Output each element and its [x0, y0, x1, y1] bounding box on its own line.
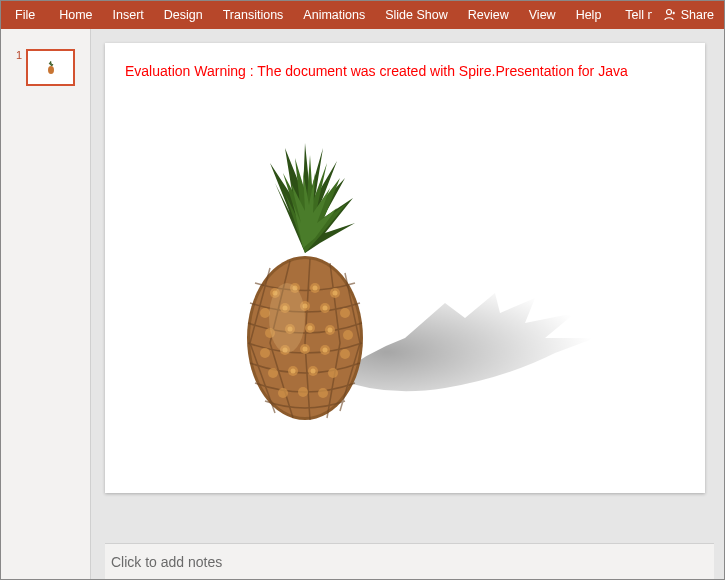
svg-point-18 — [343, 330, 353, 340]
pineapple-svg — [215, 143, 395, 423]
tab-animations[interactable]: Animations — [293, 1, 375, 29]
svg-point-28 — [278, 388, 288, 398]
tab-slide-show[interactable]: Slide Show — [375, 1, 458, 29]
pineapple-image[interactable] — [205, 143, 635, 443]
tab-review[interactable]: Review — [458, 1, 519, 29]
svg-point-1 — [666, 10, 671, 15]
main-area: 1 Evaluation Warning : The document was … — [1, 29, 724, 579]
tab-design[interactable]: Design — [154, 1, 213, 29]
svg-point-30 — [318, 388, 328, 398]
slide-area: Evaluation Warning : The document was cr… — [105, 43, 714, 529]
svg-point-37 — [323, 306, 328, 311]
tab-insert[interactable]: Insert — [103, 1, 154, 29]
svg-point-34 — [333, 291, 338, 296]
svg-point-43 — [323, 348, 328, 353]
ribbon: File Home Insert Design Transitions Anim… — [1, 1, 724, 29]
svg-point-44 — [291, 369, 296, 374]
svg-point-9 — [260, 308, 270, 318]
svg-point-45 — [311, 369, 316, 374]
slide-canvas[interactable]: Evaluation Warning : The document was cr… — [105, 43, 705, 493]
svg-point-2 — [48, 66, 54, 74]
svg-point-46 — [269, 283, 305, 353]
thumbnail-number: 1 — [16, 49, 22, 61]
tab-transitions[interactable]: Transitions — [213, 1, 294, 29]
tab-help[interactable]: Help — [566, 1, 612, 29]
tab-home[interactable]: Home — [49, 1, 102, 29]
slide-thumbnail-1[interactable] — [26, 49, 75, 86]
tab-view[interactable]: View — [519, 1, 566, 29]
svg-point-40 — [328, 328, 333, 333]
tell-me-label: Tell me w — [625, 8, 651, 22]
notes-pane[interactable]: Click to add notes — [105, 543, 714, 579]
share-icon — [662, 8, 676, 22]
svg-point-24 — [268, 368, 278, 378]
svg-point-23 — [340, 349, 350, 359]
svg-point-39 — [308, 326, 313, 331]
thumbnail-row: 1 — [16, 49, 75, 86]
evaluation-warning-text: Evaluation Warning : The document was cr… — [125, 63, 685, 79]
svg-point-29 — [298, 387, 308, 397]
thumbnail-panel: 1 — [1, 29, 91, 579]
pineapple-icon — [46, 61, 56, 75]
svg-point-42 — [303, 347, 308, 352]
notes-placeholder: Click to add notes — [111, 554, 222, 570]
svg-point-13 — [340, 308, 350, 318]
svg-point-19 — [260, 348, 270, 358]
svg-point-27 — [328, 368, 338, 378]
svg-point-33 — [313, 286, 318, 291]
tell-me-search[interactable]: Tell me w — [611, 7, 651, 23]
share-label: Share — [681, 8, 714, 22]
editor-area: Evaluation Warning : The document was cr… — [91, 29, 724, 579]
share-button[interactable]: Share — [652, 8, 724, 22]
tab-file[interactable]: File — [1, 1, 49, 29]
